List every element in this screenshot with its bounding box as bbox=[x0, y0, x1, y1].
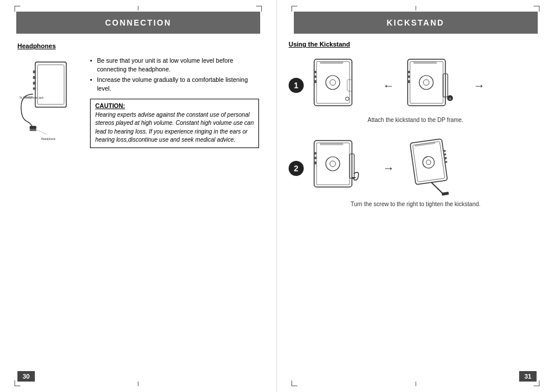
bullet-1: Be sure that your unit is at low volume … bbox=[90, 56, 259, 73]
left-header-title: CONNECTION bbox=[105, 18, 171, 27]
step2-number: 2 bbox=[289, 161, 304, 176]
step1-number: 1 bbox=[289, 78, 304, 93]
svg-rect-51 bbox=[444, 157, 447, 160]
left-page-number: 30 bbox=[17, 371, 35, 382]
right-page-number: 31 bbox=[519, 371, 537, 382]
svg-rect-19 bbox=[314, 80, 316, 83]
svg-rect-50 bbox=[444, 153, 446, 156]
svg-rect-54 bbox=[441, 192, 449, 196]
step2-caption: Turn the screw to the right to tighten t… bbox=[289, 201, 542, 207]
svg-rect-13 bbox=[316, 62, 350, 103]
center-mark-top-left bbox=[138, 6, 139, 10]
step1-row: 1 bbox=[289, 56, 542, 114]
step1-block: 1 bbox=[289, 56, 542, 123]
svg-point-20 bbox=[346, 97, 349, 100]
corner-mark-tl bbox=[15, 6, 20, 12]
svg-rect-12 bbox=[314, 59, 352, 106]
kickstand-section-title: Using the Kickstand bbox=[289, 41, 542, 48]
svg-rect-0 bbox=[35, 62, 67, 107]
center-mark-bottom-left bbox=[138, 382, 139, 386]
svg-rect-40 bbox=[314, 157, 316, 159]
headphones-diagram: To Headphone jack Headphone bbox=[17, 56, 81, 162]
left-content: Headphones bbox=[0, 34, 276, 171]
svg-rect-3 bbox=[33, 76, 36, 79]
step1-images: ← bbox=[308, 56, 485, 114]
corner-mark-bl-right bbox=[292, 380, 297, 386]
kickstand-content: Using the Kickstand 1 bbox=[277, 34, 554, 217]
center-mark-bottom-right bbox=[415, 382, 416, 386]
svg-point-37 bbox=[326, 157, 340, 171]
step2-images: → bbox=[308, 138, 463, 199]
headphones-text: Be sure that your unit is at low volume … bbox=[90, 56, 259, 162]
svg-line-10 bbox=[37, 130, 47, 134]
left-page: CONNECTION Headphones bbox=[0, 0, 277, 392]
svg-rect-45 bbox=[413, 141, 445, 182]
svg-point-26 bbox=[423, 80, 429, 85]
svg-rect-2 bbox=[33, 70, 36, 73]
step1-arrow-right: → bbox=[473, 79, 485, 92]
svg-rect-23 bbox=[410, 62, 443, 103]
step1-arrow-left: ← bbox=[383, 79, 394, 92]
caution-text: Hearing experts advise against the const… bbox=[95, 111, 254, 145]
svg-point-38 bbox=[330, 161, 336, 167]
svg-rect-27 bbox=[408, 71, 410, 73]
step2-row: 2 bbox=[289, 138, 542, 199]
corner-mark-tr-right bbox=[534, 6, 539, 12]
svg-point-16 bbox=[330, 80, 336, 85]
step2-arrow: → bbox=[383, 161, 394, 175]
caution-label: CAUTION: bbox=[95, 102, 254, 109]
right-header: KICKSTAND bbox=[294, 12, 538, 34]
svg-rect-9 bbox=[30, 130, 37, 131]
svg-rect-39 bbox=[314, 152, 316, 154]
svg-rect-29 bbox=[408, 80, 410, 83]
svg-rect-4 bbox=[33, 82, 36, 85]
step1-frame2-svg: 4 bbox=[399, 56, 469, 114]
svg-rect-52 bbox=[445, 161, 447, 163]
svg-point-15 bbox=[326, 75, 340, 89]
svg-rect-17 bbox=[314, 71, 316, 73]
right-page: KICKSTAND Using the Kickstand 1 bbox=[277, 0, 554, 392]
svg-rect-35 bbox=[316, 143, 350, 185]
right-header-title: KICKSTAND bbox=[387, 18, 444, 27]
center-mark-top-right bbox=[415, 6, 416, 10]
headphone-device-svg: To Headphone jack Headphone bbox=[17, 56, 81, 161]
headphones-section: To Headphone jack Headphone Be sur bbox=[17, 56, 259, 162]
step2-frame1-svg bbox=[308, 138, 378, 199]
svg-rect-5 bbox=[33, 88, 36, 90]
svg-rect-41 bbox=[314, 161, 316, 164]
svg-rect-49 bbox=[443, 150, 445, 152]
left-header: CONNECTION bbox=[16, 12, 260, 34]
svg-rect-22 bbox=[408, 59, 445, 106]
svg-rect-8 bbox=[30, 126, 37, 130]
svg-rect-24 bbox=[413, 62, 437, 64]
svg-rect-14 bbox=[320, 62, 343, 64]
step1-frame1-svg bbox=[308, 56, 378, 114]
svg-rect-28 bbox=[408, 75, 410, 78]
corner-mark-tl-right bbox=[292, 6, 297, 12]
svg-rect-36 bbox=[320, 143, 343, 145]
svg-text:Headphone: Headphone bbox=[41, 138, 55, 141]
page-spread: CONNECTION Headphones bbox=[0, 0, 554, 392]
svg-point-48 bbox=[426, 160, 431, 165]
headphones-bullets: Be sure that your unit is at low volume … bbox=[90, 56, 259, 93]
caution-box: CAUTION: Hearing experts advise against … bbox=[90, 99, 259, 148]
step2-block: 2 bbox=[289, 138, 542, 207]
svg-rect-34 bbox=[314, 141, 352, 187]
svg-rect-18 bbox=[314, 75, 316, 78]
corner-mark-tr bbox=[256, 6, 262, 12]
bullet-2: Increase the volume gradually to a comfo… bbox=[90, 75, 259, 92]
svg-point-25 bbox=[419, 75, 433, 89]
headphones-section-title: Headphones bbox=[17, 42, 259, 49]
step1-caption: Attach the kickstand to the DP frame. bbox=[289, 117, 542, 123]
svg-point-47 bbox=[422, 156, 436, 169]
step2-frame2-svg bbox=[399, 138, 463, 199]
